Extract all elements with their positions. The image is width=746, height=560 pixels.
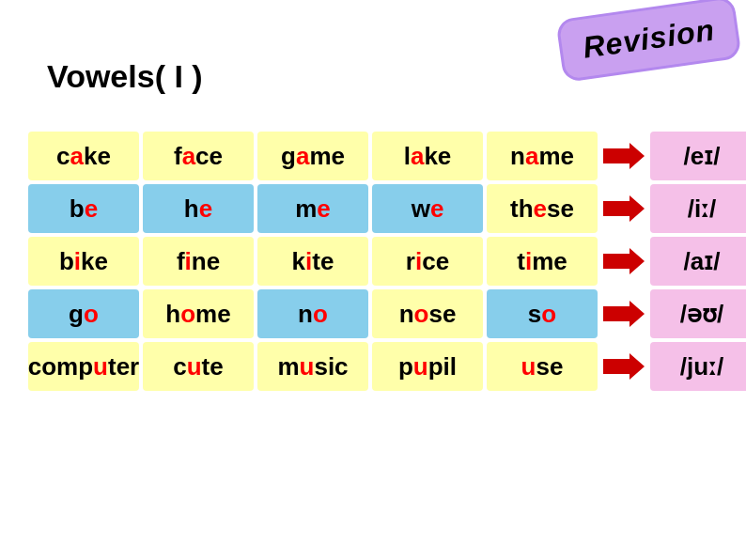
cell-text-part: l bbox=[404, 142, 411, 171]
cell-text-part: n bbox=[298, 300, 313, 329]
cell-r4-c2: home bbox=[143, 289, 254, 338]
cell-text-part: me bbox=[538, 142, 574, 171]
cell-text-part: me bbox=[309, 142, 345, 171]
cell-r3-c5: time bbox=[487, 237, 598, 286]
row-1: cakefacegamelakename /eɪ/ bbox=[28, 132, 746, 180]
cell-text-part: ke bbox=[84, 142, 111, 171]
cell-text-part: r bbox=[406, 247, 415, 276]
cell-text-part: w bbox=[412, 194, 430, 224]
cell-r2-c4: we bbox=[372, 184, 483, 233]
cell-r2-c1: be bbox=[28, 184, 139, 233]
cell-text-part: u bbox=[521, 352, 536, 381]
pronunciation-r3: /aɪ/ bbox=[650, 237, 746, 286]
cell-text-part: p bbox=[398, 352, 413, 381]
pronunciation-r1: /eɪ/ bbox=[650, 132, 746, 180]
cell-text-part: g bbox=[281, 142, 296, 171]
revision-label: Revision bbox=[581, 12, 717, 64]
cell-r5-c5: use bbox=[487, 342, 598, 391]
cell-r5-c1: computer bbox=[28, 342, 139, 391]
vowels-table: cakefacegamelakename /eɪ/behemewethese /… bbox=[28, 132, 746, 391]
arrow-icon bbox=[601, 184, 646, 233]
cell-text-part: o bbox=[313, 300, 328, 329]
cell-text-part: me bbox=[532, 247, 567, 276]
cell-text-part: se bbox=[547, 194, 574, 224]
cell-text-part: e bbox=[317, 194, 330, 224]
arrow-icon bbox=[601, 342, 646, 391]
cell-text-part: h bbox=[184, 194, 199, 224]
row-4: gohomenonoseso /əʊ/ bbox=[28, 289, 746, 338]
cell-text-part: ke bbox=[81, 247, 108, 276]
cell-text-part: ce bbox=[422, 247, 449, 276]
page-title: Vowels( I ) bbox=[47, 58, 203, 95]
cell-text-part: i bbox=[525, 247, 532, 276]
svg-marker-1 bbox=[603, 195, 645, 222]
svg-marker-2 bbox=[603, 248, 645, 274]
cell-r1-c1: cake bbox=[28, 132, 139, 180]
cell-text-part: i bbox=[185, 247, 192, 276]
cell-text-part: me bbox=[195, 300, 231, 329]
cell-text-part: a bbox=[296, 142, 309, 171]
cell-r2-c3: me bbox=[257, 184, 368, 233]
cell-text-part: i bbox=[74, 247, 81, 276]
cell-r4-c1: go bbox=[28, 289, 139, 338]
cell-text-part: o bbox=[180, 300, 195, 329]
cell-text-part: a bbox=[70, 142, 84, 171]
cell-text-part: se bbox=[536, 352, 563, 381]
cell-r2-c5: these bbox=[487, 184, 598, 233]
cell-r1-c4: lake bbox=[372, 132, 483, 180]
svg-marker-3 bbox=[603, 301, 645, 327]
cell-text-part: u bbox=[413, 352, 428, 381]
cell-r1-c2: face bbox=[143, 132, 254, 180]
cell-text-part: o bbox=[414, 300, 429, 329]
cell-text-part: pil bbox=[428, 352, 457, 381]
cell-text-part: m bbox=[295, 194, 317, 224]
cell-text-part: a bbox=[525, 142, 538, 171]
row-3: bikefinekitericetime /aɪ/ bbox=[28, 237, 746, 286]
cell-text-part: g bbox=[69, 300, 84, 329]
cell-text-part: e bbox=[534, 194, 547, 224]
cell-r4-c3: no bbox=[257, 289, 368, 338]
cell-text-part: k bbox=[292, 247, 305, 276]
cell-text-part: o bbox=[84, 300, 99, 329]
cell-r5-c3: music bbox=[257, 342, 368, 391]
row-5: computercutemusicpupiluse /juː/ bbox=[28, 342, 746, 391]
cell-text-part: sic bbox=[314, 352, 348, 381]
cell-r5-c2: cute bbox=[143, 342, 254, 391]
revision-badge: Revision bbox=[555, 0, 742, 83]
cell-r1-c5: name bbox=[487, 132, 598, 180]
arrow-icon bbox=[601, 237, 646, 286]
cell-text-part: n bbox=[510, 142, 525, 171]
cell-r3-c1: bike bbox=[28, 237, 139, 286]
cell-text-part: e bbox=[430, 194, 443, 224]
pronunciation-r2: /iː/ bbox=[650, 184, 746, 233]
cell-text-part: th bbox=[510, 194, 534, 224]
cell-text-part: u bbox=[187, 352, 202, 381]
arrow-icon bbox=[601, 289, 646, 338]
cell-text-part: u bbox=[300, 352, 315, 381]
cell-text-part: u bbox=[93, 352, 108, 381]
pronunciation-r5: /juː/ bbox=[650, 342, 746, 391]
cell-text-part: t bbox=[517, 247, 525, 276]
cell-text-part: i bbox=[415, 247, 422, 276]
cell-text-part: s bbox=[528, 300, 541, 329]
cell-text-part: f bbox=[177, 247, 185, 276]
cell-r3-c3: kite bbox=[257, 237, 368, 286]
cell-text-part: comp bbox=[28, 352, 93, 381]
cell-text-part: se bbox=[428, 300, 456, 329]
cell-r4-c5: so bbox=[487, 289, 598, 338]
svg-marker-0 bbox=[603, 143, 645, 169]
cell-r3-c2: fine bbox=[143, 237, 254, 286]
cell-text-part: e bbox=[199, 194, 212, 224]
cell-r5-c4: pupil bbox=[372, 342, 483, 391]
cell-text-part: e bbox=[85, 194, 98, 224]
pronunciation-r4: /əʊ/ bbox=[650, 289, 746, 338]
cell-text-part: b bbox=[59, 247, 74, 276]
cell-text-part: c bbox=[56, 142, 70, 171]
cell-text-part: f bbox=[174, 142, 182, 171]
cell-r1-c3: game bbox=[257, 132, 368, 180]
cell-text-part: b bbox=[70, 194, 85, 224]
cell-text-part: a bbox=[411, 142, 424, 171]
cell-text-part: ne bbox=[192, 247, 220, 276]
cell-text-part: te bbox=[312, 247, 334, 276]
cell-text-part: ter bbox=[108, 352, 139, 381]
